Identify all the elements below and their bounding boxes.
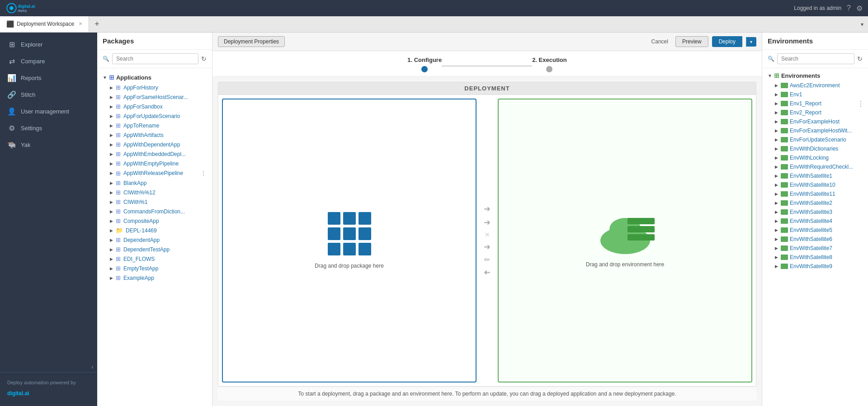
package-item-icon: ⊞ xyxy=(116,217,121,224)
package-item[interactable]: ▶⊞AppWithArtifacts xyxy=(97,130,212,140)
package-item-label: ExampleApp xyxy=(123,275,154,281)
package-item[interactable]: ▶⊞BlankApp xyxy=(97,178,212,188)
sidebar-item-explorer[interactable]: ⊞ Explorer xyxy=(0,36,97,53)
packages-search-input[interactable] xyxy=(112,53,198,64)
environment-item[interactable]: ▶EnvWithSatellite2 xyxy=(762,198,868,208)
package-item[interactable]: ▶⊞AppForHistory xyxy=(97,83,212,92)
environment-item[interactable]: ▶EnvWithSatellite6 xyxy=(762,235,868,244)
environment-item[interactable]: ▶EnvWithSatellite1 xyxy=(762,171,868,180)
env-refresh-btn[interactable]: ↻ xyxy=(857,55,863,62)
package-drop-text: Drag and drop package here xyxy=(315,263,384,269)
env-item-icon xyxy=(781,101,788,106)
environment-item[interactable]: ▶EnvWithSatellite8 xyxy=(762,253,868,262)
preview-btn[interactable]: Preview xyxy=(675,36,708,47)
environment-item[interactable]: ▶EnvWithLocking xyxy=(762,153,868,162)
env-item-chevron: ▶ xyxy=(775,219,778,223)
sidebar-item-stitch[interactable]: 🔗 Stitch xyxy=(0,86,97,103)
package-item[interactable]: ▶⊞ExampleApp xyxy=(97,273,212,283)
svg-text:digital.ai: digital.ai xyxy=(7,390,29,397)
package-item[interactable]: ▶⊞AppWithReleasePipeline⋮ xyxy=(97,168,212,178)
environment-item[interactable]: ▶EnvWithSatellite11 xyxy=(762,189,868,198)
env-item-icon xyxy=(781,227,788,233)
help-icon[interactable]: ? xyxy=(847,4,851,12)
env-item-label: EnvWithRequiredCheckl... xyxy=(790,164,853,170)
tabbar: ⬛ Deployment Workspace ✕ + ▾ xyxy=(0,16,868,33)
env-item-chevron: ▶ xyxy=(775,128,778,133)
environments-items-list: ▶AwsEc2Environment▶Env1▶Env1_Report▶Env2… xyxy=(762,81,868,271)
package-item-label: AppForSameHostScenar... xyxy=(123,94,188,100)
sidebar-label-stitch: Stitch xyxy=(21,91,36,98)
settings-icon[interactable]: ⚙ xyxy=(856,4,863,13)
package-item[interactable]: ▶⊞AppForSandbox xyxy=(97,102,212,111)
environment-item[interactable]: ▶EnvForExampleHostWit... xyxy=(762,126,868,135)
tab-add-btn[interactable]: + xyxy=(89,16,105,32)
package-item-icon: ⊞ xyxy=(116,122,121,129)
package-item-icon: ⊞ xyxy=(116,94,121,100)
environment-item[interactable]: ▶EnvWithSatellite4 xyxy=(762,217,868,226)
tab-close-btn[interactable]: ✕ xyxy=(79,21,82,26)
deployment-hint-text: To start a deployment, drag a package an… xyxy=(298,391,676,397)
sidebar-collapse-btn[interactable]: ‹ xyxy=(91,363,94,370)
package-item-chevron: ▶ xyxy=(110,257,113,261)
environment-item[interactable]: ▶Env2_Report xyxy=(762,108,868,117)
sidebar-item-settings[interactable]: ⚙ Settings xyxy=(0,120,97,137)
environment-item[interactable]: ▶EnvWithRequiredCheckl... xyxy=(762,162,868,171)
env-search-icon: 🔍 xyxy=(768,56,774,62)
deploy-dropdown-btn[interactable]: ▾ xyxy=(746,37,756,47)
package-item[interactable]: ▶⊞CompositeApp xyxy=(97,216,212,226)
tab-expand-btn[interactable]: ▾ xyxy=(856,16,868,32)
environment-item[interactable]: ▶EnvWithSatellite9 xyxy=(762,262,868,271)
package-item[interactable]: ▶⊞DependentApp xyxy=(97,235,212,245)
env-item-icon xyxy=(781,182,788,188)
environment-item[interactable]: ▶EnvForUpdateScenario xyxy=(762,135,868,144)
environments-root-label[interactable]: ▼ ⊞ Environments xyxy=(762,70,868,81)
env-item-icon xyxy=(781,245,788,251)
package-item[interactable]: ▶⊞EDI_FLOWS xyxy=(97,254,212,264)
packages-refresh-btn[interactable]: ↻ xyxy=(201,55,207,62)
package-item[interactable]: ▶⊞AppWithEmbeddedDepl... xyxy=(97,149,212,159)
yak-icon: 🐃 xyxy=(7,141,16,149)
environment-item[interactable]: ▶EnvWithDictionaries xyxy=(762,144,868,153)
tab-deployment-workspace[interactable]: ⬛ Deployment Workspace ✕ xyxy=(0,16,89,32)
package-item[interactable]: ▶⊞AppWithEmptyPipeline xyxy=(97,159,212,168)
environment-item[interactable]: ▶AwsEc2Environment xyxy=(762,81,868,90)
package-item[interactable]: ▶⊞CIWith%1 xyxy=(97,197,212,207)
sidebar-item-reports[interactable]: 📊 Reports xyxy=(0,70,97,86)
package-item[interactable]: ▶⊞AppForSameHostScenar... xyxy=(97,92,212,102)
packages-chevron-icon: ▼ xyxy=(103,75,107,80)
package-item[interactable]: ▶⊞CommandsFromDiction... xyxy=(97,207,212,216)
deploy-btn[interactable]: Deploy xyxy=(712,36,742,47)
environment-item[interactable]: ▶Env1_Report xyxy=(762,99,868,108)
packages-root-label[interactable]: ▼ ⊞ Applications xyxy=(97,72,212,83)
env-drop-zone[interactable]: Drag and drop environment here xyxy=(498,99,752,382)
package-item[interactable]: ▶⊞AppForUpdateScenario xyxy=(97,111,212,121)
package-item[interactable]: ▶⊞CIWith%%12 xyxy=(97,188,212,197)
env-item-chevron: ▶ xyxy=(775,165,778,169)
environment-item[interactable]: ▶EnvWithSatellite10 xyxy=(762,180,868,189)
environment-item[interactable]: ▶EnvForExampleHost xyxy=(762,117,868,126)
package-item-chevron: ▶ xyxy=(110,200,113,204)
sidebar-item-yak[interactable]: 🐃 Yak xyxy=(0,137,97,153)
cancel-btn[interactable]: Cancel xyxy=(648,37,672,47)
deployment-props-btn[interactable]: Deployment Properties xyxy=(218,36,285,47)
package-item-context-menu[interactable]: ⋮ xyxy=(200,170,207,177)
package-item[interactable]: ▶⊞EmptyTestApp xyxy=(97,264,212,273)
package-drop-zone[interactable]: Drag and drop package here xyxy=(222,99,476,382)
package-item[interactable]: ▶⊞AppToRename xyxy=(97,121,212,130)
package-item[interactable]: ▶⊞DependentTestApp xyxy=(97,245,212,254)
env-search-input[interactable] xyxy=(777,53,854,64)
package-item[interactable]: ▶⊞AppWithDependentApp xyxy=(97,140,212,149)
environment-item[interactable]: ▶EnvWithSatellite3 xyxy=(762,208,868,217)
env-item-icon xyxy=(781,200,788,206)
env-item-icon xyxy=(781,255,788,260)
env-server-2 xyxy=(627,226,655,232)
environment-item[interactable]: ▶Env1 xyxy=(762,90,868,99)
sidebar-item-user-management[interactable]: 👤 User management xyxy=(0,103,97,120)
environment-item[interactable]: ▶EnvWithSatellite5 xyxy=(762,226,868,235)
env-context-menu-btn[interactable]: ⋮ xyxy=(857,99,864,108)
package-item[interactable]: ▶📁DEPL-14469 xyxy=(97,226,212,235)
sidebar-item-compare[interactable]: ⇄ Compare xyxy=(0,53,97,70)
compare-icon: ⇄ xyxy=(7,57,16,66)
arrow-left-1: ➜ xyxy=(484,268,491,278)
environment-item[interactable]: ▶EnvWithSatellite7 xyxy=(762,244,868,253)
